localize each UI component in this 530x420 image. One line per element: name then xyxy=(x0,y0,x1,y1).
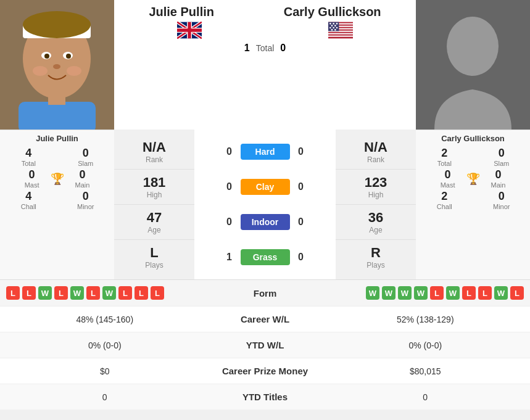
right-stats-grid: 2 Total 0 Slam xyxy=(416,147,530,167)
uk-flag-icon xyxy=(177,22,202,39)
right-center-stats: N/A Rank 123 High 36 Age R Plays xyxy=(336,130,416,279)
left-rank-stat: N/A Rank xyxy=(114,134,194,170)
main-container: Julie Pullin Carly Gullickson xyxy=(0,0,530,410)
form-badge-l: L xyxy=(86,286,100,300)
left-high-label: High xyxy=(147,191,162,199)
left-chall-val: 4 xyxy=(25,190,31,203)
svg-point-28 xyxy=(333,27,334,29)
left-trophy-row: 0 Mast 🏆 0 Main xyxy=(0,168,114,189)
left-plays-stat: L Plays xyxy=(114,240,194,274)
prize-row: $0 Career Prize Money $80,015 xyxy=(0,358,530,384)
left-age-label: Age xyxy=(147,226,160,234)
left-stat-chall: 4 Chall xyxy=(0,190,57,210)
right-player-photo xyxy=(416,0,530,130)
clay-button[interactable]: Clay xyxy=(241,179,290,195)
left-trophy-icon: 🏆 xyxy=(51,172,64,186)
indoor-score-left: 0 xyxy=(223,216,236,228)
left-prize: $0 xyxy=(6,366,204,376)
surface-row-hard: 0 Hard 0 xyxy=(194,141,336,162)
left-slam-val: 0 xyxy=(83,147,89,160)
total-label: Total xyxy=(256,43,275,53)
indoor-button[interactable]: Indoor xyxy=(241,214,290,230)
svg-point-24 xyxy=(336,23,337,25)
left-main-val: 0 xyxy=(79,168,85,181)
left-rank-label: Rank xyxy=(146,155,163,164)
hard-score-left: 0 xyxy=(223,146,236,157)
right-plays-val: R xyxy=(371,245,381,261)
clay-score-left: 0 xyxy=(223,181,236,192)
svg-point-27 xyxy=(329,27,331,29)
right-stat-chall: 2 Chall xyxy=(416,190,473,210)
svg-point-30 xyxy=(331,29,333,31)
left-stat-main: 0 Main xyxy=(75,168,90,189)
right-slam-val: 0 xyxy=(499,147,505,160)
left-plays-label: Plays xyxy=(145,261,163,270)
left-high-stat: 181 High xyxy=(114,170,194,205)
svg-point-29 xyxy=(336,27,337,29)
clay-score-right: 0 xyxy=(295,181,307,192)
svg-rect-19 xyxy=(328,33,353,35)
left-age-val: 47 xyxy=(147,210,162,226)
form-badge-l: L xyxy=(118,286,132,300)
form-badge-l: L xyxy=(151,286,164,300)
left-ytd-titles: 0 xyxy=(6,392,204,402)
form-badge-l: L xyxy=(54,286,68,300)
svg-point-3 xyxy=(23,11,91,38)
svg-point-25 xyxy=(331,25,333,27)
form-badge-w: W xyxy=(382,286,395,300)
left-minor-val: 0 xyxy=(83,190,89,203)
surface-and-middle: N/A Rank 181 High 47 Age L Plays xyxy=(114,130,416,279)
right-player-info: Carly Gullickson 2 Total 0 Slam 0 Mast 🏆 xyxy=(416,130,530,279)
right-rank-stat: N/A Rank xyxy=(336,134,416,170)
hard-button[interactable]: Hard xyxy=(241,144,290,160)
form-badge-l: L xyxy=(22,286,36,300)
left-mast-val: 0 xyxy=(29,168,35,181)
svg-point-7 xyxy=(66,54,71,59)
svg-point-12 xyxy=(67,66,81,76)
right-mast-val: 0 xyxy=(445,168,451,181)
svg-point-22 xyxy=(329,23,331,25)
form-label: Form xyxy=(216,288,315,299)
svg-rect-20 xyxy=(328,36,353,37)
right-player-name: Carly Gullickson xyxy=(284,5,381,19)
surface-row-grass: 1 Grass 0 xyxy=(194,247,336,268)
flags-row xyxy=(114,22,416,39)
left-total-score: 1 xyxy=(244,43,250,54)
prize-label: Career Prize Money xyxy=(204,366,327,376)
form-badge-w: W xyxy=(494,286,508,300)
right-stat-main: 0 Main xyxy=(491,168,506,189)
ytd-wl-label: YTD W/L xyxy=(204,340,327,350)
svg-point-26 xyxy=(334,25,336,27)
form-badge-l: L xyxy=(6,286,20,300)
svg-point-33 xyxy=(447,17,499,76)
left-center-stats: N/A Rank 181 High 47 Age L Plays xyxy=(114,130,194,279)
right-high-val: 123 xyxy=(365,175,387,191)
left-rank-val: N/A xyxy=(143,139,166,155)
form-badge-w: W xyxy=(414,286,428,300)
form-badge-l: L xyxy=(478,286,492,300)
grass-button[interactable]: Grass xyxy=(241,249,290,265)
left-high-val: 181 xyxy=(143,175,166,191)
right-trophy-row: 0 Mast 🏆 0 Main xyxy=(416,168,530,189)
left-stats-grid2: 4 Chall 0 Minor xyxy=(0,190,114,210)
right-high-label: High xyxy=(368,191,384,199)
surface-row-indoor: 0 Indoor 0 xyxy=(194,212,336,233)
right-total-val: 2 xyxy=(441,147,447,160)
form-badge-l: L xyxy=(510,286,524,300)
stats-section: Julie Pullin 4 Total 0 Slam 0 Mast 🏆 xyxy=(0,130,530,279)
center-main: N/A Rank 181 High 47 Age L Plays xyxy=(114,130,416,279)
career-wl-label: Career W/L xyxy=(204,314,327,324)
left-age-stat: 47 Age xyxy=(114,205,194,240)
svg-point-8 xyxy=(53,64,60,69)
form-badge-l: L xyxy=(135,286,148,300)
us-flag-icon xyxy=(328,22,353,39)
right-stat-total: 2 Total xyxy=(416,147,473,167)
top-section: Julie Pullin Carly Gullickson xyxy=(0,0,530,130)
right-main-val: 0 xyxy=(495,168,501,181)
right-player-info-name: Carly Gullickson xyxy=(441,134,505,143)
left-total-val: 4 xyxy=(25,147,31,160)
form-badge-w: W xyxy=(70,286,84,300)
grass-score-right: 0 xyxy=(295,252,307,263)
right-stat-minor: 0 Minor xyxy=(473,190,531,210)
right-stat-mast: 0 Mast xyxy=(441,168,455,189)
